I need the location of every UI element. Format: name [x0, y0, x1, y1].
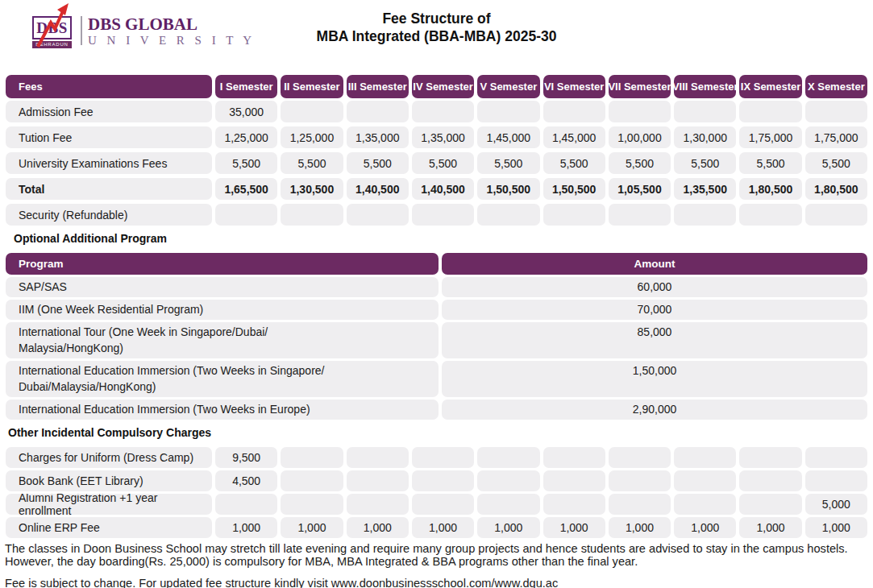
charge-label: Charges for Uniform (Dress Camp) — [6, 447, 212, 468]
fee-value: 5,500 — [412, 152, 474, 174]
fee-value: 1,40,500 — [347, 178, 409, 200]
charge-label: Online ERP Fee — [6, 517, 212, 538]
fee-value — [609, 204, 671, 226]
charge-value — [412, 494, 474, 515]
charge-value — [674, 447, 736, 468]
fee-value: 5,500 — [215, 152, 277, 174]
charge-value: 4,500 — [215, 470, 277, 491]
semester-header-cell: IX Semester — [739, 75, 801, 98]
table-row-total: Total 1,65,500 1,30,500 1,40,500 1,40,50… — [6, 178, 867, 200]
fee-value — [674, 204, 736, 226]
fee-value — [805, 204, 867, 226]
page-title: Fee Structure of MBA Integrated (BBA-MBA… — [0, 10, 873, 45]
charge-value — [347, 470, 409, 491]
charge-value — [281, 470, 343, 491]
fee-label: Admission Fee — [6, 101, 212, 122]
charge-value: 1,000 — [412, 517, 474, 538]
fee-value — [805, 101, 867, 122]
fee-value — [739, 101, 801, 122]
charge-value: 5,000 — [805, 494, 867, 515]
table-row-tution-fee: Tution Fee 1,25,000 1,25,000 1,35,000 1,… — [6, 126, 867, 148]
fee-value: 1,35,500 — [674, 178, 736, 200]
fee-value — [412, 204, 474, 226]
fee-value: 1,30,500 — [281, 178, 343, 200]
fee-value: 35,000 — [215, 101, 277, 122]
fee-value — [347, 204, 409, 226]
program-amount: 70,000 — [442, 300, 867, 320]
charge-value — [805, 470, 867, 491]
fee-value: 1,75,000 — [805, 126, 867, 148]
fee-value — [477, 101, 539, 122]
optional-program-heading: Optional Additional Program — [14, 232, 867, 245]
fee-value: 1,40,500 — [412, 178, 474, 200]
charge-value: 1,000 — [477, 517, 539, 538]
fee-value: 1,35,000 — [412, 126, 474, 148]
charge-value: 1,000 — [281, 517, 343, 538]
program-amount: 1,50,000 — [442, 361, 867, 397]
page-title-line1: Fee Structure of — [0, 10, 873, 27]
table-row-iim: IIM (One Week Residential Program) 70,00… — [6, 300, 867, 320]
semester-header-cell: VIII Semester — [674, 75, 736, 98]
semester-header-cell: V Semester — [477, 75, 539, 98]
program-label: IIM (One Week Residential Program) — [6, 300, 439, 320]
fee-value — [281, 204, 343, 226]
incidental-charges-table: Charges for Uniform (Dress Camp) 9,500 B… — [6, 447, 867, 538]
charge-value — [543, 470, 605, 491]
charge-value — [543, 494, 605, 515]
charge-value — [609, 494, 671, 515]
charge-value — [609, 447, 671, 468]
semester-header-cell: VII Semester — [609, 75, 671, 98]
fee-value: 1,25,000 — [281, 126, 343, 148]
fee-value — [609, 101, 671, 122]
charge-value — [215, 494, 277, 515]
fee-value: 1,35,000 — [347, 126, 409, 148]
fee-value — [281, 101, 343, 122]
hostel-note: The classes in Doon Business School may … — [5, 542, 868, 568]
fee-value: 5,500 — [347, 152, 409, 174]
table-row-book-bank: Book Bank (EET Library) 4,500 — [6, 470, 867, 491]
incidental-charges-heading: Other Incidental Compulsory Charges — [8, 426, 867, 439]
fee-value: 5,500 — [477, 152, 539, 174]
fee-value — [215, 204, 277, 226]
charge-value — [674, 470, 736, 491]
fee-value — [739, 204, 801, 226]
program-label: SAP/SAS — [6, 277, 439, 297]
charge-value — [543, 447, 605, 468]
charge-value: 1,000 — [674, 517, 736, 538]
table-row-security: Security (Refundable) — [6, 204, 867, 226]
charge-value — [412, 447, 474, 468]
fee-value: 5,500 — [805, 152, 867, 174]
program-amount: 2,90,000 — [442, 400, 867, 420]
page-title-line2: MBA Integrated (BBA-MBA) 2025-30 — [0, 27, 873, 45]
fee-label: Tution Fee — [6, 126, 212, 148]
table-row-immersion-asia: International Education Immersion (Two W… — [6, 361, 867, 397]
fee-value: 5,500 — [739, 152, 801, 174]
amount-header-cell: Amount — [442, 253, 867, 275]
fee-value: 1,75,000 — [739, 126, 801, 148]
charge-value: 1,000 — [805, 517, 867, 538]
program-label: International Education Immersion (Two W… — [6, 400, 439, 420]
charge-value — [739, 470, 801, 491]
content: Fees I Semester II Semester III Semester… — [0, 75, 873, 538]
footnotes: The classes in Doon Business School may … — [0, 540, 873, 588]
charge-value — [477, 470, 539, 491]
program-label: International Tour (One Week in Singapor… — [6, 322, 439, 358]
fee-value: 5,500 — [674, 152, 736, 174]
fee-value: 1,30,000 — [674, 126, 736, 148]
table-row-sap-sas: SAP/SAS 60,000 — [6, 277, 867, 297]
fee-value: 1,45,000 — [543, 126, 605, 148]
table-row-erp: Online ERP Fee 1,000 1,000 1,000 1,000 1… — [6, 517, 867, 538]
charge-value — [609, 470, 671, 491]
charge-value — [412, 470, 474, 491]
fee-value — [543, 101, 605, 122]
fee-label: University Examinations Fees — [6, 152, 212, 174]
program-label: International Education Immersion (Two W… — [6, 361, 439, 397]
fee-value — [543, 204, 605, 226]
semester-header-cell: II Semester — [281, 75, 343, 98]
charge-value — [347, 447, 409, 468]
page-header: DBS DEHRADUN DBS GLOBAL U N I V E R S I … — [0, 0, 873, 75]
table-row-international-tour: International Tour (One Week in Singapor… — [6, 322, 867, 358]
fee-value — [674, 101, 736, 122]
fee-value — [347, 101, 409, 122]
fee-value: 1,65,500 — [215, 178, 277, 200]
